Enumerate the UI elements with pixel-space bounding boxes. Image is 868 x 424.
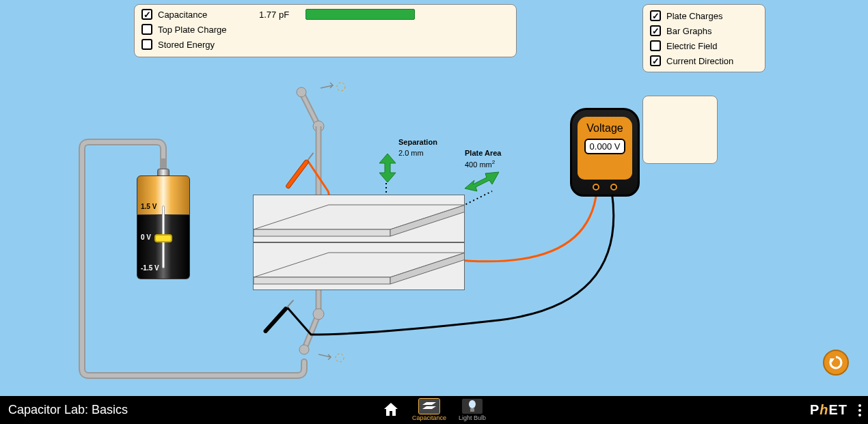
plate-area-label: Plate Area [465,149,501,157]
svg-point-8 [299,345,309,354]
option-current-direction: Current Direction [650,55,758,66]
svg-point-3 [313,121,324,132]
plate-area-value-sup: 2 [492,159,495,165]
capacitance-screen-icon [419,399,439,414]
svg-point-9 [336,354,344,362]
svg-line-5 [304,314,318,350]
plate-area-arrow[interactable] [465,169,499,193]
bar-graphs-label: Bar Graphs [666,26,711,36]
lightbulb-screen-icon [462,399,483,414]
phet-logo[interactable]: PhET [810,402,847,418]
screen-lightbulb[interactable]: Light Bulb [459,399,486,421]
voltmeter[interactable]: Voltage 0.000 V [570,108,640,197]
navigation-bar: Capacitor Lab: Basics Capacitance Light … [0,396,868,424]
battery: 1.5 V 0 V -1.5 V [137,175,190,279]
top-plate[interactable] [253,195,465,242]
capacitance-checkbox[interactable] [141,9,152,20]
home-button[interactable] [382,401,400,420]
reset-all-button[interactable] [823,350,849,376]
screen-capacitance[interactable]: Capacitance [412,399,446,421]
current-direction-checkbox[interactable] [650,55,661,66]
toolbox-panel[interactable] [642,96,718,164]
svg-line-11 [308,153,313,160]
top-plate-charge-checkbox[interactable] [141,24,152,35]
meter-row-energy: Stored Energy [141,39,509,50]
svg-rect-10 [286,159,310,189]
stored-energy-label: Stored Energy [158,40,254,50]
plate-charges-label: Plate Charges [666,11,722,21]
meter-row-charge: Top Plate Charge [141,24,509,35]
bottom-plate[interactable] [253,242,465,290]
electric-field-label: Electric Field [666,41,717,51]
meters-panel: Capacitance 1.77 pF Top Plate Charge Sto… [134,4,517,57]
logo-h: h [819,402,828,417]
capacitance-label: Capacitance [158,10,254,20]
option-bar-graphs: Bar Graphs [650,25,758,36]
separation-label: Separation [398,138,437,146]
capacitance-bar [306,9,415,20]
voltage-slider-handle[interactable] [154,234,172,242]
electric-field-checkbox[interactable] [650,40,661,51]
option-plate-charges: Plate Charges [650,10,758,21]
simulation-stage: Capacitance 1.77 pF Top Plate Charge Sto… [0,0,868,396]
svg-marker-18 [254,277,390,284]
reset-icon [828,354,844,371]
svg-marker-21 [465,172,499,191]
battery-label-lo: -1.5 V [141,264,159,272]
plate-area-value-num: 400 mm [465,160,492,169]
meter-row-capacitance: Capacitance 1.77 pF [141,9,509,20]
plate-area-value: 400 mm2 [465,159,495,169]
svg-marker-20 [379,154,396,182]
capacitor [239,191,465,287]
logo-et: ET [828,402,847,417]
option-electric-field: Electric Field [650,40,758,51]
svg-line-6 [304,314,318,350]
svg-marker-24 [422,406,436,409]
screen-capacitance-label: Capacitance [412,414,446,421]
svg-point-7 [313,309,324,320]
svg-line-1 [301,92,318,126]
logo-p: P [810,402,819,417]
svg-marker-15 [254,229,390,236]
voltmeter-port-black [610,184,617,190]
svg-point-25 [469,400,476,408]
battery-label-mid: 0 V [141,234,151,241]
voltmeter-port-red [593,184,599,190]
capacitance-value: 1.77 pF [259,10,300,20]
options-panel: Plate Charges Bar Graphs Electric Field … [642,4,765,72]
phet-menu-button[interactable] [858,404,861,416]
voltmeter-label: Voltage [586,122,623,135]
top-plate-charge-label: Top Plate Charge [158,25,254,35]
svg-point-2 [297,87,306,97]
separation-value: 2.0 mm [398,149,424,157]
svg-marker-23 [422,402,436,405]
separation-arrow[interactable] [378,154,397,182]
svg-rect-12 [262,306,288,334]
voltmeter-ports [572,184,638,190]
battery-label-hi: 1.5 V [141,203,157,210]
sim-title: Capacitor Lab: Basics [8,403,128,417]
stored-energy-checkbox[interactable] [141,39,152,50]
svg-point-4 [337,83,345,91]
plate-charges-checkbox[interactable] [650,10,661,21]
current-direction-label: Current Direction [666,56,733,66]
svg-line-13 [287,300,293,307]
voltmeter-reading: 0.000 V [584,139,626,154]
bar-graphs-checkbox[interactable] [650,25,661,36]
svg-rect-26 [470,408,474,412]
svg-line-0 [301,92,318,126]
voltmeter-face: Voltage 0.000 V [578,117,632,180]
home-icon [382,401,400,417]
screen-lightbulb-label: Light Bulb [459,414,486,421]
